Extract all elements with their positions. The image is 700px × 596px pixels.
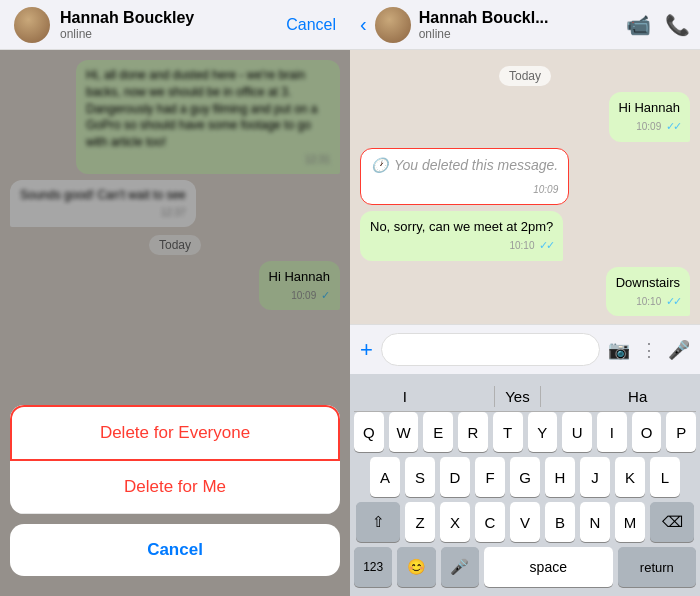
key-l[interactable]: L <box>650 457 680 497</box>
suggestion-i[interactable]: I <box>393 386 417 407</box>
contact-status: online <box>419 27 618 41</box>
right-panel: ‹ Hannah Bouckl... online 📹 📞 Today Hi H… <box>350 0 700 596</box>
more-icon[interactable]: ⋮ <box>640 339 658 361</box>
key-z[interactable]: Z <box>405 502 435 542</box>
key-i[interactable]: I <box>597 412 627 452</box>
suggestion-yes[interactable]: Yes <box>494 386 540 407</box>
key-h[interactable]: H <box>545 457 575 497</box>
key-s[interactable]: S <box>405 457 435 497</box>
bubble-outgoing: No, sorry, can we meet at 2pm? 10:10 ✓✓ <box>360 211 563 261</box>
right-header: ‹ Hannah Bouckl... online 📹 📞 <box>350 0 700 50</box>
bubble-time: 10:10 ✓✓ <box>370 238 553 253</box>
camera-icon[interactable]: 📷 <box>608 339 630 361</box>
action-sheet: Delete for Everyone Delete for Me <box>10 405 340 514</box>
key-w[interactable]: W <box>389 412 419 452</box>
bubble-text: Hi Hannah <box>619 100 680 115</box>
read-receipt: ✓✓ <box>666 295 680 307</box>
key-e[interactable]: E <box>423 412 453 452</box>
plus-button[interactable]: + <box>360 337 373 363</box>
message-row: Downstairs 10:10 ✓✓ <box>360 267 690 317</box>
action-cancel-container: Cancel <box>10 524 340 576</box>
key-v[interactable]: V <box>510 502 540 542</box>
key-u[interactable]: U <box>562 412 592 452</box>
key-r[interactable]: R <box>458 412 488 452</box>
keyboard: I Yes Ha Q W E R T Y U I O P A S D F G H… <box>350 374 700 596</box>
return-key[interactable]: return <box>618 547 696 587</box>
key-q[interactable]: Q <box>354 412 384 452</box>
numbers-key[interactable]: 123 <box>354 547 392 587</box>
key-j[interactable]: J <box>580 457 610 497</box>
emoji-key[interactable]: 😊 <box>397 547 435 587</box>
keyboard-suggestions: I Yes Ha <box>354 380 696 412</box>
avatar <box>14 7 50 43</box>
key-a[interactable]: A <box>370 457 400 497</box>
bubble-text: Downstairs <box>616 275 680 290</box>
deleted-text: You deleted this message. <box>394 156 558 176</box>
phone-icon[interactable]: 📞 <box>665 13 690 37</box>
read-receipt: ✓✓ <box>539 239 553 251</box>
deleted-bubble: 🕐 You deleted this message. 10:09 <box>360 148 569 206</box>
right-chat-area: Today Hi Hannah 10:09 ✓✓ 🕐 You deleted t… <box>350 50 700 324</box>
key-b[interactable]: B <box>545 502 575 542</box>
bubble-time: 10:10 ✓✓ <box>616 294 680 309</box>
key-o[interactable]: O <box>632 412 662 452</box>
contact-name: Hannah Bouckley <box>60 9 194 27</box>
header-icons: 📹 📞 <box>626 13 690 37</box>
cancel-button[interactable]: Cancel <box>286 16 336 34</box>
deleted-message-row: 🕐 You deleted this message. 10:09 <box>360 148 690 206</box>
bubble-time: 10:09 ✓✓ <box>619 119 680 134</box>
key-y[interactable]: Y <box>528 412 558 452</box>
dictation-key[interactable]: 🎤 <box>441 547 479 587</box>
suggestion-ha[interactable]: Ha <box>618 386 657 407</box>
contact-status: online <box>60 27 194 41</box>
delete-everyone-button[interactable]: Delete for Everyone <box>10 405 340 461</box>
date-label: Today <box>499 66 551 86</box>
key-d[interactable]: D <box>440 457 470 497</box>
clock-icon: 🕐 <box>371 156 388 176</box>
key-t[interactable]: T <box>493 412 523 452</box>
left-panel: Hannah Bouckley online Cancel Hi, all do… <box>0 0 350 596</box>
date-divider: Today <box>360 66 690 84</box>
space-key[interactable]: space <box>484 547 613 587</box>
chat-background: Hi, all done and dusted here - we're bra… <box>0 50 350 596</box>
cancel-action-button[interactable]: Cancel <box>10 524 340 576</box>
message-row: Hi Hannah 10:09 ✓✓ <box>360 92 690 142</box>
avatar <box>375 7 411 43</box>
key-k[interactable]: K <box>615 457 645 497</box>
left-header-info: Hannah Bouckley online <box>14 7 194 43</box>
key-m[interactable]: M <box>615 502 645 542</box>
mic-icon[interactable]: 🎤 <box>668 339 690 361</box>
backspace-key[interactable]: ⌫ <box>650 502 694 542</box>
delete-for-me-button[interactable]: Delete for Me <box>10 461 340 514</box>
key-c[interactable]: C <box>475 502 505 542</box>
keyboard-row-3: ⇧ Z X C V B N M ⌫ <box>354 502 696 542</box>
input-area: + 📷 ⋮ 🎤 <box>350 324 700 374</box>
contact-name: Hannah Bouckl... <box>419 9 618 27</box>
input-icons: 📷 ⋮ 🎤 <box>608 339 690 361</box>
keyboard-row-2: A S D F G H J K L <box>354 457 696 497</box>
message-row: No, sorry, can we meet at 2pm? 10:10 ✓✓ <box>360 211 690 261</box>
key-f[interactable]: F <box>475 457 505 497</box>
key-g[interactable]: G <box>510 457 540 497</box>
video-call-icon[interactable]: 📹 <box>626 13 651 37</box>
bubble-outgoing: Hi Hannah 10:09 ✓✓ <box>609 92 690 142</box>
keyboard-row-1: Q W E R T Y U I O P <box>354 412 696 452</box>
bubble-outgoing: Downstairs 10:10 ✓✓ <box>606 267 690 317</box>
key-n[interactable]: N <box>580 502 610 542</box>
read-receipt: ✓✓ <box>666 120 680 132</box>
bubble-text: No, sorry, can we meet at 2pm? <box>370 219 553 234</box>
bubble-time: 10:09 <box>533 183 558 197</box>
key-p[interactable]: P <box>666 412 696 452</box>
back-arrow-icon[interactable]: ‹ <box>360 13 367 36</box>
key-x[interactable]: X <box>440 502 470 542</box>
left-header: Hannah Bouckley online Cancel <box>0 0 350 50</box>
shift-key[interactable]: ⇧ <box>356 502 400 542</box>
contact-info: Hannah Bouckley online <box>60 9 194 41</box>
message-input[interactable] <box>381 333 600 366</box>
action-sheet-overlay: Delete for Everyone Delete for Me Cancel <box>0 50 350 596</box>
right-header-info: Hannah Bouckl... online <box>419 9 618 41</box>
keyboard-row-4: 123 😊 🎤 space return <box>354 547 696 587</box>
